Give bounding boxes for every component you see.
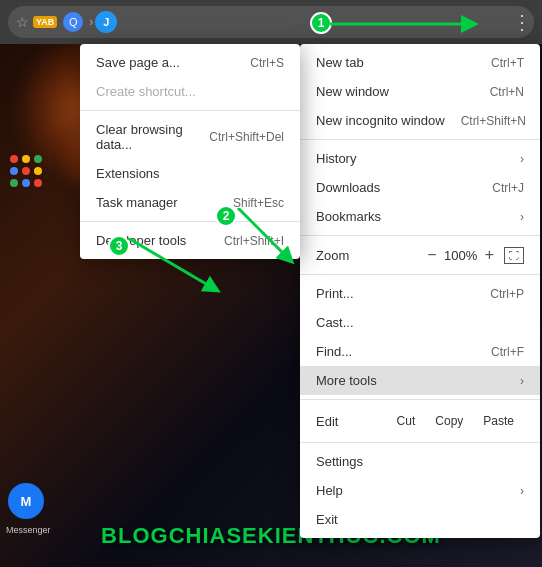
google-apps-dots <box>10 155 42 187</box>
annotation-circle-1: 1 <box>310 12 332 34</box>
green-arrow-2 <box>228 208 303 268</box>
menu-item-cast[interactable]: Cast... <box>300 308 540 337</box>
zoom-value: 100% <box>443 248 479 263</box>
more-menu-clear-data-label: Clear browsing data... <box>96 122 209 152</box>
menu-item-find-shortcut: Ctrl+F <box>491 345 524 359</box>
menu-item-history-label: History <box>316 151 520 166</box>
menu-item-print-shortcut: Ctrl+P <box>490 287 524 301</box>
menu-item-new-window[interactable]: New window Ctrl+N <box>300 77 540 106</box>
zoom-row: Zoom − 100% + ⛶ <box>300 240 540 270</box>
more-menu-create-shortcut-label: Create sho­rtcut... <box>96 84 284 99</box>
more-menu-save-page-shortcut: Ctrl+S <box>250 56 284 70</box>
menu-item-downloads-label: Downloads <box>316 180 476 195</box>
menu-item-new-tab-label: New tab <box>316 55 475 70</box>
help-arrow-icon: › <box>520 484 524 498</box>
menu-item-find-label: Find... <box>316 344 475 359</box>
menu-item-new-tab-shortcut: Ctrl+T <box>491 56 524 70</box>
menu-item-exit-label: Exit <box>316 512 524 527</box>
more-tools-arrow-icon: › <box>520 374 524 388</box>
nav-arrow: › <box>89 15 93 29</box>
zoom-label: Zoom <box>316 248 421 263</box>
menu-item-cast-label: Cast... <box>316 315 524 330</box>
more-menu-extensions-label: Extensions <box>96 166 284 181</box>
menu-item-settings-label: Settings <box>316 454 524 469</box>
three-dots-button[interactable]: ⋮ <box>510 10 534 34</box>
green-arrow-3 <box>118 238 228 298</box>
menu-item-incognito-shortcut: Ctrl+Shift+N <box>461 114 526 128</box>
menu-item-incognito-label: New incognito window <box>316 113 445 128</box>
green-arrow-1 <box>330 14 480 34</box>
star-icon: ☆ <box>16 14 29 30</box>
divider-2 <box>300 235 540 236</box>
zoom-plus-button[interactable]: + <box>479 246 500 264</box>
messenger-label: Messenger <box>6 525 51 535</box>
divider-5 <box>300 442 540 443</box>
menu-item-downloads-shortcut: Ctrl+J <box>492 181 524 195</box>
divider-1 <box>300 139 540 140</box>
edit-label: Edit <box>316 414 387 429</box>
menu-item-print[interactable]: Print... Ctrl+P <box>300 279 540 308</box>
chrome-dropdown-menu: New tab Ctrl+T New window Ctrl+N New inc… <box>300 44 540 538</box>
copy-button[interactable]: Copy <box>425 410 473 432</box>
svg-line-5 <box>128 238 213 288</box>
svg-line-3 <box>238 208 288 258</box>
cut-button[interactable]: Cut <box>387 410 426 432</box>
more-divider-1 <box>80 110 300 111</box>
menu-item-more-tools-label: More tools <box>316 373 520 388</box>
menu-item-settings[interactable]: Settings <box>300 447 540 476</box>
menu-item-bookmarks[interactable]: Bookmarks › <box>300 202 540 231</box>
menu-item-help-label: Help <box>316 483 520 498</box>
menu-item-new-window-shortcut: Ctrl+N <box>490 85 524 99</box>
menu-item-bookmarks-label: Bookmarks <box>316 209 520 224</box>
menu-item-downloads[interactable]: Downloads Ctrl+J <box>300 173 540 202</box>
menu-item-print-label: Print... <box>316 286 474 301</box>
more-menu-create-shortcut[interactable]: Create sho­rtcut... <box>80 77 300 106</box>
menu-item-incognito[interactable]: New incognito window Ctrl+Shift+N <box>300 106 540 135</box>
zoom-minus-button[interactable]: − <box>421 246 442 264</box>
menu-item-new-window-label: New window <box>316 84 474 99</box>
fullscreen-button[interactable]: ⛶ <box>504 247 524 264</box>
more-menu-clear-data[interactable]: Clear browsing data... Ctrl+Shift+Del <box>80 115 300 159</box>
history-arrow-icon: › <box>520 152 524 166</box>
menu-item-help[interactable]: Help › <box>300 476 540 505</box>
more-menu-save-page-label: Save page a... <box>96 55 250 70</box>
menu-item-exit[interactable]: Exit <box>300 505 540 534</box>
menu-item-new-tab[interactable]: New tab Ctrl+T <box>300 48 540 77</box>
j-icon: J <box>95 11 117 33</box>
search-icon: Q <box>63 12 83 32</box>
edit-row: Edit Cut Copy Paste <box>300 404 540 438</box>
messenger-avatar[interactable]: M <box>8 483 44 519</box>
messenger-avatar-letter: M <box>21 494 32 509</box>
menu-item-history[interactable]: History › <box>300 144 540 173</box>
divider-3 <box>300 274 540 275</box>
paste-button[interactable]: Paste <box>473 410 524 432</box>
yab-badge: YAB <box>33 16 57 28</box>
annotation-1: 1 <box>310 12 332 34</box>
bookmarks-arrow-icon: › <box>520 210 524 224</box>
more-menu-save-page[interactable]: Save page a... Ctrl+S <box>80 48 300 77</box>
divider-4 <box>300 399 540 400</box>
more-menu-extensions[interactable]: Extensions <box>80 159 300 188</box>
menu-item-more-tools[interactable]: More tools › <box>300 366 540 395</box>
more-menu-clear-data-shortcut: Ctrl+Shift+Del <box>209 130 284 144</box>
menu-item-find[interactable]: Find... Ctrl+F <box>300 337 540 366</box>
more-menu-task-manager-label: Task manager <box>96 195 233 210</box>
